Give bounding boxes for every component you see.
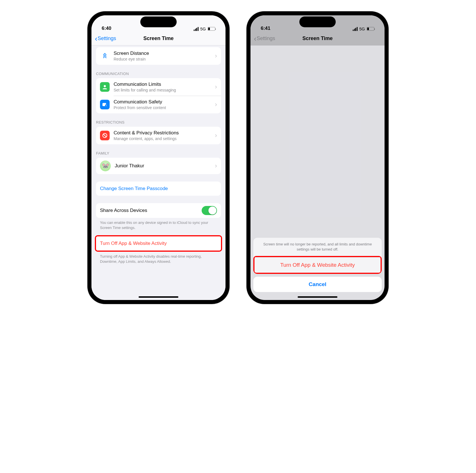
cell-title: Communication Safety bbox=[114, 99, 213, 105]
cell-family-member[interactable]: 🐭 Junior Thakur › bbox=[96, 158, 221, 174]
action-sheet-cancel-button[interactable]: Cancel bbox=[253, 277, 382, 292]
highlight-turn-off: Turn Off App & Website Activity bbox=[95, 235, 222, 252]
section-header-restrictions: RESTRICTIONS bbox=[91, 113, 226, 127]
communication-limits-icon bbox=[100, 82, 110, 92]
section-header-communication: COMMUNICATION bbox=[91, 65, 226, 78]
cell-share-across-devices[interactable]: Share Across Devices bbox=[96, 203, 221, 218]
svg-point-0 bbox=[104, 85, 106, 87]
communication-safety-icon: ! bbox=[100, 100, 110, 109]
turn-off-footer: Turning off App & Website Activity disab… bbox=[91, 252, 226, 264]
nav-bar: ‹ Settings Screen Time bbox=[91, 32, 226, 45]
back-button[interactable]: ‹ Settings bbox=[95, 35, 116, 42]
svg-line-5 bbox=[103, 134, 106, 137]
back-label: Settings bbox=[98, 36, 116, 41]
cell-sub: Set limits for calling and messaging bbox=[114, 88, 213, 92]
family-member-name: Junior Thakur bbox=[115, 163, 213, 169]
dynamic-island bbox=[140, 16, 177, 27]
home-indicator[interactable] bbox=[139, 296, 178, 298]
svg-text:!: ! bbox=[106, 104, 107, 107]
battery-icon bbox=[208, 27, 215, 31]
settings-content: Screen Distance Reduce eye strain › COMM… bbox=[91, 45, 226, 300]
chevron-right-icon: › bbox=[215, 83, 217, 91]
share-footer: You can enable this on any device signed… bbox=[91, 218, 226, 230]
cell-screen-distance[interactable]: Screen Distance Reduce eye strain › bbox=[96, 47, 221, 65]
cell-turn-off-activity[interactable]: Turn Off App & Website Activity bbox=[96, 236, 221, 251]
cell-title: Screen Distance bbox=[114, 51, 213, 56]
cell-communication-limits[interactable]: Communication Limits Set limits for call… bbox=[96, 78, 221, 96]
cell-content-restrictions[interactable]: Content & Privacy Restrictions Manage co… bbox=[96, 127, 221, 144]
home-indicator[interactable] bbox=[298, 296, 337, 298]
page-title: Screen Time bbox=[143, 36, 174, 41]
network-label: 5G bbox=[200, 26, 206, 31]
action-sheet-message: Screen time will no longer be reported, … bbox=[253, 238, 382, 256]
cell-sub: Manage content, apps, and settings bbox=[114, 136, 213, 141]
avatar: 🐭 bbox=[100, 161, 111, 171]
share-label: Share Across Devices bbox=[100, 208, 202, 213]
signal-icon bbox=[194, 27, 199, 31]
status-time: 6:40 bbox=[102, 26, 111, 31]
turn-off-label: Turn Off App & Website Activity bbox=[100, 241, 217, 246]
action-sheet-turn-off-button[interactable]: Turn Off App & Website Activity bbox=[254, 257, 381, 273]
change-passcode-label: Change Screen Time Passcode bbox=[100, 186, 217, 191]
dynamic-island bbox=[299, 16, 336, 27]
action-sheet: Screen time will no longer be reported, … bbox=[250, 15, 385, 300]
section-header-family: FAMILY bbox=[91, 144, 226, 158]
share-toggle[interactable] bbox=[202, 206, 217, 215]
highlight-sheet-action: Turn Off App & Website Activity bbox=[253, 256, 382, 274]
action-sheet-block: Screen time will no longer be reported, … bbox=[253, 238, 382, 274]
cell-sub: Protect from sensitive content bbox=[114, 105, 213, 110]
cell-sub: Reduce eye strain bbox=[114, 57, 213, 61]
chevron-right-icon: › bbox=[215, 132, 217, 139]
cell-communication-safety[interactable]: ! Communication Safety Protect from sens… bbox=[96, 96, 221, 113]
cell-title: Communication Limits bbox=[114, 82, 213, 87]
phone-right: 6:41 5G ‹ Settings Screen Time bbox=[247, 11, 389, 304]
screen-distance-icon bbox=[100, 51, 110, 61]
restrictions-icon bbox=[100, 131, 110, 140]
cell-change-passcode[interactable]: Change Screen Time Passcode bbox=[96, 182, 221, 196]
chevron-left-icon: ‹ bbox=[95, 35, 97, 42]
cell-title: Content & Privacy Restrictions bbox=[114, 130, 213, 136]
chevron-right-icon: › bbox=[215, 52, 217, 60]
chevron-right-icon: › bbox=[215, 101, 217, 108]
chevron-right-icon: › bbox=[215, 162, 217, 170]
phone-left: 6:40 5G ‹ Settings Screen Time bbox=[87, 11, 229, 304]
